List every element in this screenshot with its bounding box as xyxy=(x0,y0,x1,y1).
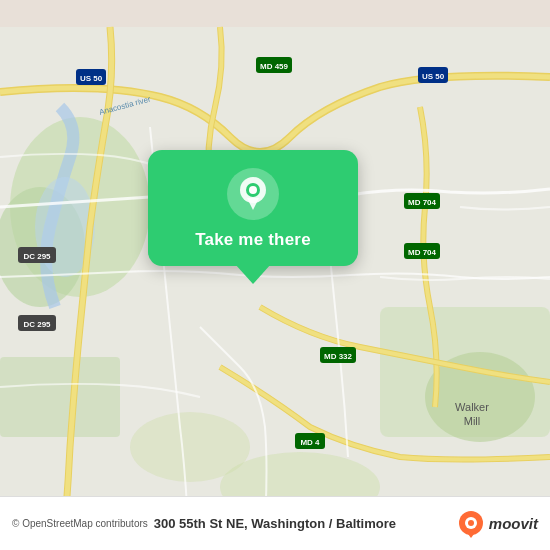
svg-point-34 xyxy=(249,186,257,194)
svg-text:MD 704: MD 704 xyxy=(408,198,437,207)
bottom-bar: © OpenStreetMap contributors 300 55th St… xyxy=(0,496,550,550)
svg-text:MD 704: MD 704 xyxy=(408,248,437,257)
svg-text:US 50: US 50 xyxy=(422,72,445,81)
svg-text:MD 4: MD 4 xyxy=(300,438,320,447)
moovit-brand-text: moovit xyxy=(489,515,538,532)
svg-rect-5 xyxy=(0,357,120,437)
svg-text:DC 295: DC 295 xyxy=(23,320,51,329)
moovit-logo: moovit xyxy=(457,510,538,538)
svg-text:DC 295: DC 295 xyxy=(23,252,51,261)
take-me-there-button[interactable]: Take me there xyxy=(195,230,311,250)
map-container: US 50 US 50 MD 459 MD 704 MD 704 MD 332 … xyxy=(0,0,550,550)
svg-text:Walker: Walker xyxy=(455,401,489,413)
address-label: 300 55th St NE, Washington / Baltimore xyxy=(154,516,457,531)
svg-text:US 50: US 50 xyxy=(80,74,103,83)
svg-text:Mill: Mill xyxy=(464,415,481,427)
svg-text:MD 459: MD 459 xyxy=(260,62,289,71)
map-background: US 50 US 50 MD 459 MD 704 MD 704 MD 332 … xyxy=(0,0,550,550)
svg-point-38 xyxy=(468,520,474,526)
location-pin-icon xyxy=(237,176,269,212)
moovit-logo-icon xyxy=(457,510,485,538)
svg-marker-35 xyxy=(247,198,259,210)
map-attribution: © OpenStreetMap contributors xyxy=(12,518,148,529)
popup-card: Take me there xyxy=(148,150,358,266)
location-icon-wrapper xyxy=(227,168,279,220)
svg-text:MD 332: MD 332 xyxy=(324,352,353,361)
